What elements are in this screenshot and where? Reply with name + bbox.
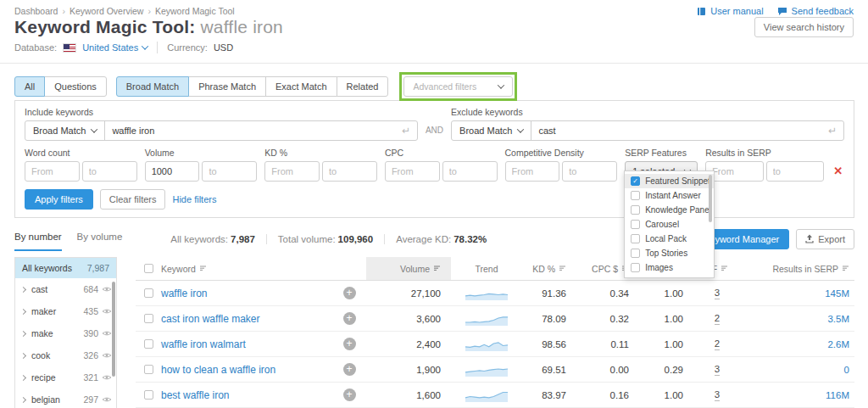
kd-from-input[interactable]	[264, 161, 320, 182]
results-in-serp-link[interactable]: 2.6M	[827, 339, 849, 349]
dropdown-option-carousel[interactable]: Carousel	[625, 217, 714, 232]
keyword-link[interactable]: how to clean a waffle iron	[161, 364, 332, 376]
user-manual-link[interactable]: User manual	[697, 6, 763, 16]
sidebar-item-maker[interactable]: maker435	[15, 300, 116, 322]
volume-to-input[interactable]	[202, 161, 257, 182]
sidebar-item-cast[interactable]: cast684	[15, 278, 116, 300]
header-results-in-serp[interactable]: Results in SERP	[744, 257, 854, 280]
select-all-checkbox[interactable]	[144, 264, 153, 273]
hide-filters-link[interactable]: Hide filters	[172, 194, 216, 204]
sidebar-item-make[interactable]: make390	[15, 322, 116, 344]
sort-icon	[434, 265, 441, 271]
and-label: AND	[425, 126, 444, 141]
sidebar-item-all-keywords[interactable]: All keywords 7,987	[15, 258, 116, 278]
tab-broad-match[interactable]: Broad Match	[116, 76, 189, 97]
dropdown-option-featured-snippet[interactable]: Featured Snippet	[625, 174, 714, 188]
checkbox[interactable]	[631, 220, 640, 229]
include-keywords-input[interactable]	[105, 126, 395, 136]
competitive-density-to-input[interactable]	[562, 161, 617, 182]
eye-icon[interactable]	[102, 396, 112, 403]
word-count-to-input[interactable]	[82, 161, 137, 182]
serp-features-count[interactable]: 2	[715, 338, 720, 350]
dropdown-option-local-pack[interactable]: Local Pack	[625, 232, 714, 246]
add-keyword-button[interactable]	[343, 363, 356, 376]
checkbox[interactable]	[631, 249, 640, 258]
export-button[interactable]: Export	[796, 229, 854, 249]
add-keyword-button[interactable]	[343, 287, 356, 299]
volume-value: 3,600	[366, 314, 451, 324]
sidebar-item-belgian[interactable]: belgian297	[15, 388, 116, 408]
remove-filters-icon[interactable]: ✕	[832, 165, 844, 182]
checkbox[interactable]	[631, 234, 640, 243]
row-checkbox[interactable]	[144, 288, 153, 298]
eye-icon[interactable]	[102, 286, 112, 293]
add-keyword-button[interactable]	[343, 338, 356, 350]
serp-features-count[interactable]: 3	[715, 288, 720, 299]
exclude-keywords-input[interactable]	[531, 126, 821, 136]
view-search-history-button[interactable]: View search history	[754, 17, 854, 37]
keyword-link[interactable]: best waffle iron	[161, 389, 332, 401]
results-in-serp-link[interactable]: 116M	[826, 390, 849, 400]
apply-filters-button[interactable]: Apply filters	[25, 189, 93, 210]
results-in-serp-link[interactable]: 0	[844, 365, 849, 375]
sidebar-item-cook[interactable]: cook326	[15, 344, 116, 366]
tab-all[interactable]: All	[14, 76, 45, 97]
eye-icon[interactable]	[102, 330, 112, 337]
cpc-from-input[interactable]	[385, 161, 440, 182]
title-row: Keyword Magic Tool: waffle iron View sea…	[0, 16, 868, 37]
clear-filters-button[interactable]: Clear filters	[100, 189, 166, 210]
sidebar-scrollbar[interactable]	[112, 282, 115, 377]
tab-phrase-match[interactable]: Phrase Match	[188, 76, 266, 97]
header-keyword[interactable]: Keyword	[161, 257, 332, 280]
serp-features-count[interactable]: 3	[715, 389, 720, 401]
tab-related[interactable]: Related	[337, 76, 389, 97]
tab-exact-match[interactable]: Exact Match	[265, 76, 337, 97]
checkbox[interactable]	[631, 263, 640, 272]
checkbox[interactable]	[631, 205, 640, 215]
cpc-value: 0.11	[576, 339, 637, 349]
header-volume[interactable]: Volume	[366, 257, 451, 280]
eye-icon[interactable]	[102, 374, 112, 381]
keyword-link[interactable]: waffle iron	[161, 288, 332, 299]
cpc-to-input[interactable]	[442, 161, 498, 182]
tab-questions[interactable]: Questions	[44, 76, 107, 97]
advanced-filters-button[interactable]: Advanced filters	[403, 76, 513, 97]
database-selector[interactable]: United States	[82, 42, 147, 53]
word-count-from-input[interactable]	[25, 161, 80, 182]
tab-by-volume[interactable]: By volume	[77, 232, 123, 251]
dropdown-option-knowledge-panel[interactable]: Knowledge Panel	[625, 203, 714, 217]
dropdown-scrollbar[interactable]	[709, 175, 712, 222]
checkbox[interactable]	[631, 176, 640, 186]
results-in-serp-link[interactable]: 3.5M	[827, 314, 849, 324]
results-to-input[interactable]	[766, 161, 825, 182]
dropdown-option-images[interactable]: Images	[625, 260, 714, 275]
exclude-match-select[interactable]: Broad Match	[452, 121, 531, 140]
row-checkbox[interactable]	[144, 314, 153, 323]
kd-value: 69.51	[522, 365, 576, 375]
send-feedback-link[interactable]: Send feedback	[777, 6, 854, 16]
row-checkbox[interactable]	[144, 390, 153, 400]
tab-by-number[interactable]: By number	[14, 232, 62, 251]
results-in-serp-link[interactable]: 145M	[825, 288, 849, 299]
breadcrumb-dashboard[interactable]: Dashboard	[14, 6, 65, 16]
row-checkbox[interactable]	[144, 339, 153, 349]
breadcrumb-keyword-overview[interactable]: Keyword Overview	[70, 6, 151, 16]
serp-features-count[interactable]: 3	[715, 364, 720, 376]
dropdown-option-instant-answer[interactable]: Instant Answer	[625, 188, 714, 203]
include-match-select[interactable]: Broad Match	[25, 121, 105, 140]
kd-to-input[interactable]	[322, 161, 377, 182]
competitive-density-from-input[interactable]	[505, 161, 560, 182]
volume-from-input[interactable]	[145, 161, 200, 182]
checkbox[interactable]	[631, 191, 640, 200]
header-kd[interactable]: KD %	[522, 257, 576, 280]
eye-icon[interactable]	[102, 308, 112, 315]
sidebar-item-recipe[interactable]: recipe321	[15, 366, 116, 388]
keyword-link[interactable]: waffle iron walmart	[161, 338, 332, 350]
add-keyword-button[interactable]	[343, 312, 356, 325]
row-checkbox[interactable]	[144, 365, 153, 374]
eye-icon[interactable]	[102, 352, 112, 359]
serp-features-count[interactable]: 2	[715, 313, 720, 325]
dropdown-option-top-stories[interactable]: Top Stories	[625, 246, 714, 260]
add-keyword-button[interactable]	[343, 388, 356, 401]
keyword-link[interactable]: cast iron waffle maker	[161, 313, 332, 325]
